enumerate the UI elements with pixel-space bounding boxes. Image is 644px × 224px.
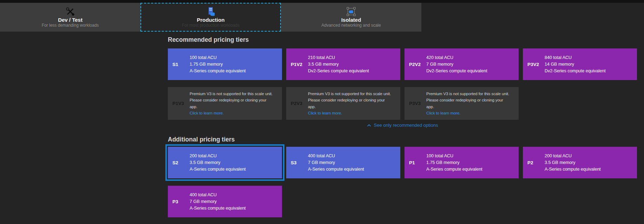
message-line: app. [426,104,509,110]
tier-details: 420 total ACU7 GB memoryDv2-Series compu… [426,54,487,74]
tier-line: A-Series compute equivalent [545,166,601,173]
tier-line: Dv2-Series compute equivalent [545,68,606,74]
tier-details: 100 total ACU1.75 GB memoryA-Series comp… [190,54,246,74]
tab-title: Isolated [341,17,361,23]
tier-line: 1.75 GB memory [190,61,246,68]
spec-picker-page: Dev / TestFor less demanding workloadsPr… [0,0,644,224]
tier-card-p1v2[interactable]: P1V2210 total ACU3.5 GB memoryDv2-Series… [286,48,400,80]
tier-line: 100 total ACU [426,153,482,159]
tier-card-p2v3[interactable]: P2V3Premium V3 is not supported for this… [286,87,400,120]
tier-card-s1[interactable]: S1100 total ACU1.75 GB memoryA-Series co… [168,48,282,80]
tier-line: 420 total ACU [426,54,487,61]
tab-title: Production [197,17,224,23]
see-only-label: See only recommended options [374,123,438,128]
tier-card-p2v2[interactable]: P2V2420 total ACU7 GB memoryDv2-Series c… [405,48,519,80]
tier-details: 400 total ACU7 GB memoryA-Series compute… [308,153,364,173]
tier-line: A-Series compute equivalent [190,166,246,173]
unavailable-message: Premium V3 is not supported for this sca… [308,91,391,117]
tier-code: P2 [523,160,545,165]
tier-line: 7 GB memory [190,198,246,205]
tier-card-s3[interactable]: S3400 total ACU7 GB memoryA-Series compu… [286,147,400,178]
learn-more-link[interactable]: Click to learn more. [308,110,391,117]
tier-code: P3V3 [405,101,426,106]
tier-line: 840 total ACU [545,54,606,61]
tab-subtitle: Advanced networking and scale [321,23,381,28]
tier-card-p1[interactable]: P1100 total ACU1.75 GB memoryA-Series co… [405,147,519,178]
tier-card-p3v3[interactable]: P3V3Premium V3 is not supported for this… [405,87,519,120]
tier-line: 7 GB memory [426,61,487,68]
recommended-heading: Recommended pricing tiers [168,36,249,44]
tier-line: A-Series compute equivalent [190,68,246,74]
tier-line: 1.75 GB memory [426,159,482,166]
tier-details: 400 total ACU7 GB memoryA-Series compute… [190,192,246,212]
tier-details: 210 total ACU3.5 GB memoryDv2-Series com… [308,54,369,74]
unavailable-tier-row: P1V3Premium V3 is not supported for this… [168,87,519,120]
unavailable-message: Premium V3 is not supported for this sca… [426,91,509,117]
tier-details: 200 total ACU3.5 GB memoryA-Series compu… [190,153,246,173]
tab-subtitle: For less demanding workloads [42,23,99,28]
message-line: Premium V3 is not supported for this sca… [190,91,272,97]
tier-card-p2[interactable]: P2200 total ACU3.5 GB memoryA-Series com… [523,147,637,178]
tier-details: 200 total ACU3.5 GB memoryA-Series compu… [545,153,601,173]
tab-isolated[interactable]: IsolatedAdvanced networking and scale [281,3,421,32]
server-cloud-icon [206,7,216,17]
tier-card-p3v2[interactable]: P3V2840 total ACU14 GB memoryDv2-Series … [523,48,637,80]
tier-card-s2[interactable]: S2200 total ACU3.5 GB memoryA-Series com… [168,147,282,178]
chevron-up-icon [367,124,371,127]
tier-line: 3.5 GB memory [190,159,246,166]
tier-code: S3 [286,160,308,165]
tier-line: A-Series compute equivalent [190,205,246,212]
tier-code: S2 [168,160,190,165]
additional-tier-row: S2200 total ACU3.5 GB memoryA-Series com… [168,147,637,178]
tier-card-p1v3[interactable]: P1V3Premium V3 is not supported for this… [168,87,282,120]
tier-code: P3 [168,199,190,204]
tier-line: A-Series compute equivalent [426,166,482,173]
tier-line: 400 total ACU [308,153,364,159]
tier-line: 14 GB memory [545,61,606,68]
tier-code: P1V3 [168,101,190,106]
isolated-cloud-icon [347,7,356,17]
tier-details: 840 total ACU14 GB memoryDv2-Series comp… [545,54,606,74]
tools-icon [66,7,75,17]
tier-line: 400 total ACU [190,192,246,198]
tier-line: A-Series compute equivalent [308,166,364,173]
tier-details: 100 total ACU1.75 GB memoryA-Series comp… [426,153,482,173]
tier-code: P1V2 [286,62,308,67]
tier-code: P1 [405,160,426,165]
top-divider-bar [0,0,644,3]
tier-card-p3[interactable]: P3400 total ACU7 GB memoryA-Series compu… [168,186,282,217]
additional-heading: Additional pricing tiers [168,136,235,143]
unavailable-message: Premium V3 is not supported for this sca… [190,91,272,117]
learn-more-link[interactable]: Click to learn more. [190,110,272,117]
message-line: app. [190,104,272,110]
additional-tier-row-2: P3400 total ACU7 GB memoryA-Series compu… [168,186,282,217]
tier-line: Dv2-Series compute equivalent [308,68,369,74]
message-line: app. [308,104,391,110]
message-line: Please consider redeploying or cloning y… [308,97,391,104]
tier-line: 100 total ACU [190,54,246,61]
selected-tier-outline: S2200 total ACU3.5 GB memoryA-Series com… [165,144,284,181]
tier-line: 3.5 GB memory [545,159,601,166]
message-line: Please consider redeploying or cloning y… [190,97,272,104]
tab-subtitle: For most production workloads [182,23,239,28]
tier-code: S1 [168,62,190,67]
recommended-tier-row: S1100 total ACU1.75 GB memoryA-Series co… [168,48,637,80]
tier-code: P2V2 [405,62,426,67]
tier-code: P2V3 [286,101,308,106]
message-line: Please consider redeploying or cloning y… [426,97,509,104]
message-line: Premium V3 is not supported for this sca… [308,91,391,97]
tab-dev-test[interactable]: Dev / TestFor less demanding workloads [0,3,140,32]
learn-more-link[interactable]: Click to learn more. [426,110,509,117]
tier-line: 210 total ACU [308,54,369,61]
tier-line: 200 total ACU [545,153,601,159]
message-line: Premium V3 is not supported for this sca… [426,91,509,97]
tier-code: P3V2 [523,62,545,67]
tier-line: 3.5 GB memory [308,61,369,68]
tier-line: 200 total ACU [190,153,246,159]
tier-line: 7 GB memory [308,159,364,166]
tab-title: Dev / Test [58,17,83,23]
see-only-recommended-link[interactable]: See only recommended options [168,123,637,128]
plan-category-tabstrip: Dev / TestFor less demanding workloadsPr… [0,3,421,32]
tab-production[interactable]: ProductionFor most production workloads [140,3,281,32]
tier-line: Dv2-Series compute equivalent [426,68,487,74]
